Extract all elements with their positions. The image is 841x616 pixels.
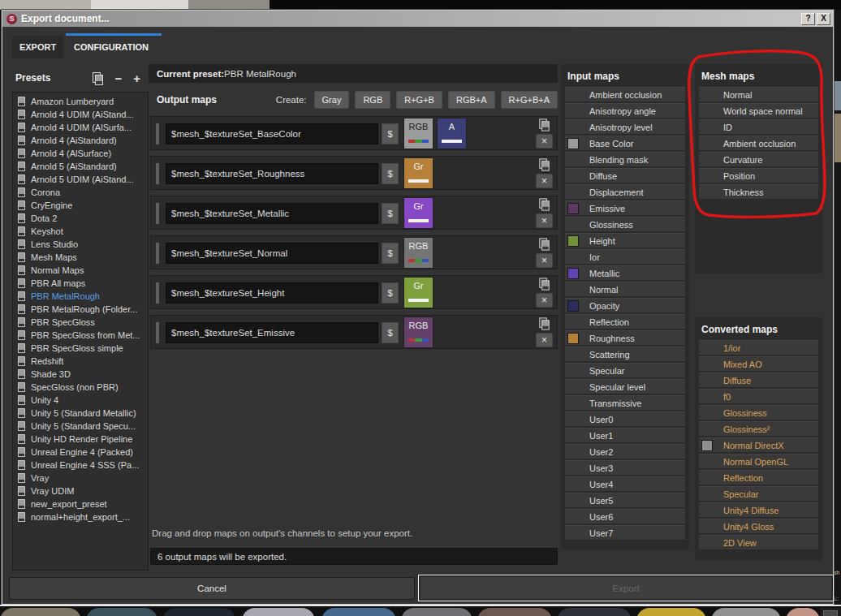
map-item[interactable]: User5 (565, 493, 685, 508)
preset-item[interactable]: Normal Maps (16, 264, 148, 277)
map-item[interactable]: Metallic (565, 265, 685, 281)
map-item[interactable]: Thickness (699, 184, 818, 200)
preset-item[interactable]: Unreal Engine 4 SSS (Pa... (16, 459, 148, 472)
drag-handle[interactable] (156, 243, 159, 264)
output-name-input[interactable] (166, 322, 378, 343)
map-item[interactable]: Anisotropy angle (565, 103, 685, 118)
map-item[interactable]: Curvature (699, 152, 818, 167)
delete-row-button[interactable]: × (536, 134, 553, 149)
export-button[interactable]: Export (420, 577, 831, 599)
map-item[interactable]: 1/ior (699, 340, 818, 355)
channel-chip[interactable]: RGB (403, 118, 433, 149)
map-item[interactable]: Position (699, 168, 818, 183)
preset-item[interactable]: Unity HD Render Pipeline (16, 433, 148, 446)
preset-item[interactable]: Arnold 4 UDIM (AiStand... (16, 108, 148, 121)
map-item[interactable]: Ior (565, 249, 685, 265)
preset-item[interactable]: Mesh Maps (16, 251, 148, 264)
delete-row-button[interactable]: × (536, 174, 553, 188)
map-item[interactable]: Mixed AO (699, 356, 818, 372)
preset-item[interactable]: normal+height_export_... (16, 510, 148, 523)
output-name-input[interactable] (166, 203, 378, 224)
material-sphere-thumbnail[interactable] (242, 608, 315, 616)
preset-item[interactable]: Arnold 4 (AlSurface) (16, 147, 148, 160)
create-rgb-button[interactable]: R+G+B (396, 91, 442, 109)
preset-item[interactable]: Arnold 5 UDIM (AiStand... (16, 173, 148, 186)
drag-handle[interactable] (156, 123, 159, 144)
tab-configuration[interactable]: CONFIGURATION (66, 36, 157, 58)
preset-item[interactable]: Redshift (16, 355, 148, 368)
preset-item[interactable]: PBR SpecGloss simple (16, 342, 148, 355)
map-item[interactable]: Specular level (565, 379, 685, 394)
material-sphere-thumbnail[interactable] (401, 608, 472, 616)
material-sphere-thumbnail[interactable] (711, 608, 781, 616)
create-rgba-button[interactable]: R+G+B+A (501, 91, 558, 109)
variable-dollar-button[interactable]: $ (382, 282, 399, 304)
map-item[interactable]: ID (699, 119, 818, 135)
map-item[interactable]: f0 (699, 389, 818, 404)
variable-dollar-button[interactable]: $ (382, 123, 399, 144)
map-item[interactable]: Ambient occlusion (699, 136, 818, 151)
material-sphere-thumbnail[interactable] (557, 608, 632, 616)
preset-item[interactable]: Arnold 5 (AiStandard) (16, 160, 148, 173)
material-sphere-thumbnail[interactable] (477, 608, 552, 616)
map-item[interactable]: Opacity (565, 298, 685, 313)
preset-item[interactable]: PBR MetalRough (Folder... (16, 303, 148, 316)
map-item[interactable]: User1 (565, 428, 685, 443)
channel-chip[interactable]: Gr (403, 197, 433, 229)
map-item[interactable]: Diffuse (699, 373, 818, 388)
preset-item[interactable]: Vray (16, 472, 148, 485)
map-item[interactable]: Anisotropy level (565, 119, 685, 135)
variable-dollar-button[interactable]: $ (382, 322, 399, 343)
map-item[interactable]: Glossiness (699, 405, 818, 420)
preset-item[interactable]: Lens Studio (16, 238, 148, 251)
delete-row-button[interactable]: × (536, 293, 553, 308)
preset-item[interactable]: Unity 5 (Standard Specu... (16, 420, 148, 433)
title-bar[interactable]: S Export document... ? X (2, 11, 833, 27)
map-item[interactable]: Diffuse (565, 168, 685, 183)
preset-item[interactable]: new_export_preset (16, 498, 148, 510)
duplicate-row-icon[interactable] (539, 158, 550, 170)
map-item[interactable]: Normal DirectX (699, 437, 818, 453)
map-item[interactable]: Transmissive (565, 395, 685, 411)
channel-chip[interactable]: Gr (403, 157, 433, 189)
create-gray-button[interactable]: Gray (314, 91, 350, 109)
map-item[interactable]: Roughness (565, 330, 685, 346)
delete-row-button[interactable]: × (536, 253, 553, 268)
map-item[interactable]: Normal (565, 282, 685, 297)
duplicate-row-icon[interactable] (539, 278, 550, 290)
remove-preset-button[interactable]: − (114, 72, 122, 84)
channel-chip[interactable]: RGB (403, 237, 433, 269)
close-button[interactable]: X (817, 13, 830, 25)
preset-item[interactable]: Unity 4 (16, 394, 148, 407)
preset-item[interactable]: PBR MetalRough (16, 290, 148, 303)
material-sphere-thumbnail[interactable] (162, 608, 235, 616)
preset-item[interactable]: Dota 2 (16, 212, 148, 225)
preset-item[interactable]: PBR SpecGloss from Met... (16, 329, 148, 342)
drag-handle[interactable] (156, 282, 159, 304)
preset-item[interactable]: Unity 5 (Standard Metallic) (16, 407, 148, 420)
map-item[interactable]: Height (565, 233, 685, 248)
drag-handle[interactable] (156, 322, 159, 343)
create-rgb-button[interactable]: RGB (355, 91, 390, 109)
map-item[interactable]: Glossiness (565, 217, 685, 232)
map-item[interactable]: 2D View (699, 535, 818, 550)
preset-item[interactable]: Keyshot (16, 225, 148, 238)
duplicate-preset-icon[interactable] (93, 72, 103, 84)
output-name-input[interactable] (166, 123, 378, 144)
map-item[interactable]: Emissive (565, 200, 685, 216)
preset-item[interactable]: Arnold 4 UDIM (AlSurfa... (16, 121, 148, 134)
preset-item[interactable]: Corona (16, 186, 148, 199)
material-sphere-thumbnail[interactable] (0, 608, 81, 616)
preset-item[interactable]: SpecGloss (non PBR) (16, 381, 148, 394)
output-name-input[interactable] (166, 282, 378, 304)
preset-item[interactable]: CryEngine (16, 199, 148, 212)
map-item[interactable]: Glossiness² (699, 421, 818, 437)
preset-item[interactable]: Arnold 4 (AiStandard) (16, 134, 148, 147)
map-item[interactable]: Unity4 Diffuse (699, 502, 818, 518)
variable-dollar-button[interactable]: $ (382, 203, 399, 224)
add-preset-button[interactable]: + (133, 72, 140, 84)
map-item[interactable]: Specular (565, 363, 685, 378)
preset-item[interactable]: Vray UDIM (16, 485, 148, 498)
preset-item[interactable]: PBR All maps (16, 277, 148, 290)
create-rgba-button[interactable]: RGB+A (448, 91, 495, 109)
